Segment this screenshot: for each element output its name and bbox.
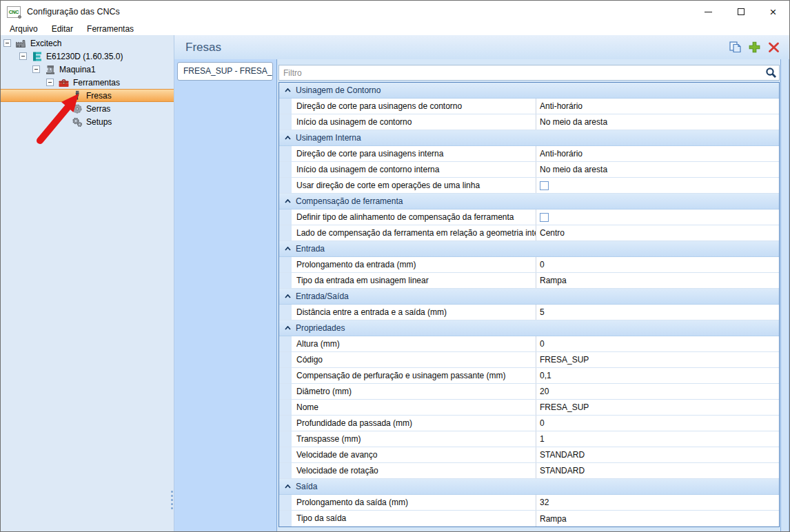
tree-item-excitech[interactable]: Excitech (1, 37, 174, 50)
property-value[interactable]: Anti-horário (540, 99, 583, 114)
row-gutter (279, 146, 293, 161)
property-value[interactable]: 0 (540, 257, 545, 272)
category-header[interactable]: Entrada (279, 241, 779, 257)
menu-item-ferramentas[interactable]: Ferramentas (80, 23, 141, 35)
copy-button[interactable] (729, 41, 742, 54)
property-value-cell[interactable]: No meio da aresta (536, 114, 779, 130)
tree-item-label: Serras (86, 104, 110, 114)
property-grid: Usinagem de ContornoDireção de corte par… (278, 82, 780, 527)
property-value[interactable]: Centro (540, 225, 565, 241)
tree-item-setups[interactable]: Setups (1, 115, 174, 128)
property-value[interactable]: 0,1 (540, 368, 551, 383)
property-value-cell[interactable]: Rampa (536, 511, 779, 526)
property-value[interactable]: Rampa (540, 273, 567, 288)
splitter-handle[interactable] (171, 489, 174, 511)
machine-icon (44, 64, 56, 75)
property-value[interactable]: No meio da aresta (540, 162, 607, 177)
collapse-icon[interactable] (279, 326, 296, 330)
property-value-cell[interactable]: STANDARD (536, 463, 779, 478)
collapse-icon[interactable] (279, 199, 296, 203)
tree-item-label: Excitech (30, 39, 61, 48)
property-value[interactable]: 1 (540, 431, 545, 447)
property-value-cell[interactable]: 0 (536, 416, 779, 431)
minimize-button[interactable] (692, 1, 725, 23)
category-label: Usinagem Interna (296, 133, 361, 143)
property-value-cell[interactable] (536, 209, 779, 225)
category-header[interactable]: Entrada/Saída (279, 289, 779, 305)
property-value-cell[interactable]: Rampa (536, 273, 779, 288)
close-button[interactable]: × (757, 1, 789, 23)
row-gutter (279, 114, 293, 130)
property-value[interactable]: STANDARD (540, 463, 585, 478)
property-value-cell[interactable]: 0,1 (536, 368, 779, 383)
tree-item-e61230d[interactable]: E61230D (1.60.35.0) (1, 50, 174, 63)
tree-item-maquina1[interactable]: Maquina1 (1, 63, 174, 76)
add-icon (748, 41, 761, 54)
collapse-icon[interactable] (279, 88, 296, 92)
category-header[interactable]: Usinagem de Contorno (279, 83, 779, 99)
checkbox[interactable] (540, 213, 549, 222)
menubar: Arquivo Editar Ferramentas (1, 23, 789, 35)
collapse-expander-icon[interactable] (19, 52, 27, 60)
property-value-cell[interactable]: 5 (536, 305, 779, 320)
category-header[interactable]: Compensação de ferramenta (279, 194, 779, 209)
collapse-icon[interactable] (279, 136, 296, 140)
checkbox[interactable] (540, 181, 549, 190)
property-value-cell[interactable]: 32 (536, 495, 779, 510)
collapse-expander-icon[interactable] (32, 65, 40, 73)
property-value[interactable]: Rampa (540, 511, 567, 526)
property-value-cell[interactable]: STANDARD (536, 447, 779, 462)
property-value-cell[interactable]: FRESA_SUP (536, 400, 779, 415)
property-row: Definir tipo de alinhamento de compensaç… (279, 209, 779, 225)
detail-region: Fresas FRESA_SUP - FRESA_SUP (174, 35, 789, 531)
mill-icon (71, 90, 83, 101)
property-value-cell[interactable]: 0 (536, 257, 779, 272)
property-value[interactable]: 0 (540, 336, 545, 351)
collapse-expander-icon[interactable] (46, 79, 54, 86)
property-value-cell[interactable]: Centro (536, 225, 779, 241)
scrollbar[interactable] (780, 59, 789, 531)
property-row: Velocidade de rotaçãoSTANDARD (279, 463, 779, 479)
property-label: Início da usinagem de contorno interna (293, 162, 536, 177)
property-value[interactable]: FRESA_SUP (540, 352, 589, 367)
property-label: Usar direção de corte em operações de um… (293, 178, 536, 193)
property-value[interactable]: 20 (540, 384, 549, 399)
property-value[interactable]: FRESA_SUP (540, 400, 589, 415)
tool-list-item[interactable]: FRESA_SUP - FRESA_SUP (177, 62, 273, 81)
tree-item-ferramentas[interactable]: Ferramentas (1, 76, 174, 89)
property-value[interactable]: 5 (540, 305, 545, 320)
category-header[interactable]: Usinagem Interna (279, 130, 779, 146)
delete-button[interactable] (767, 41, 780, 54)
maximize-button[interactable] (725, 1, 757, 23)
property-value[interactable]: No meio da aresta (540, 114, 607, 130)
property-label: Direção de corte para usinagens de conto… (293, 99, 536, 114)
category-header[interactable]: Saída (279, 479, 779, 495)
tree-item-serras[interactable]: Serras (1, 102, 174, 115)
property-value-cell[interactable]: Anti-horário (536, 146, 779, 161)
property-value-cell[interactable]: FRESA_SUP (536, 352, 779, 367)
tree-item-fresas[interactable]: Fresas (1, 89, 174, 102)
property-value[interactable]: STANDARD (540, 447, 585, 462)
property-label: Tipo da entrada em usinagem linear (293, 273, 536, 288)
row-gutter (279, 178, 293, 193)
grid-region: Usinagem de ContornoDireção de corte par… (277, 59, 789, 531)
collapse-icon[interactable] (279, 294, 296, 298)
property-value[interactable]: 0 (540, 416, 545, 431)
property-value-cell[interactable] (536, 178, 779, 193)
property-value-cell[interactable]: 0 (536, 336, 779, 351)
collapse-expander-icon[interactable] (3, 39, 11, 47)
add-button[interactable] (748, 41, 761, 54)
filter-input[interactable] (279, 68, 765, 78)
menu-item-arquivo[interactable]: Arquivo (3, 23, 45, 35)
category-header[interactable]: Propriedades (279, 320, 779, 336)
menu-item-editar[interactable]: Editar (45, 23, 80, 35)
collapse-icon[interactable] (279, 484, 296, 489)
property-value-cell[interactable]: 20 (536, 384, 779, 399)
property-row: Tipo da entrada em usinagem linearRampa (279, 273, 779, 289)
collapse-icon[interactable] (279, 247, 296, 251)
property-value[interactable]: Anti-horário (540, 146, 583, 161)
property-value-cell[interactable]: Anti-horário (536, 99, 779, 114)
property-value[interactable]: 32 (540, 495, 549, 510)
property-value-cell[interactable]: 1 (536, 431, 779, 447)
property-value-cell[interactable]: No meio da aresta (536, 162, 779, 177)
